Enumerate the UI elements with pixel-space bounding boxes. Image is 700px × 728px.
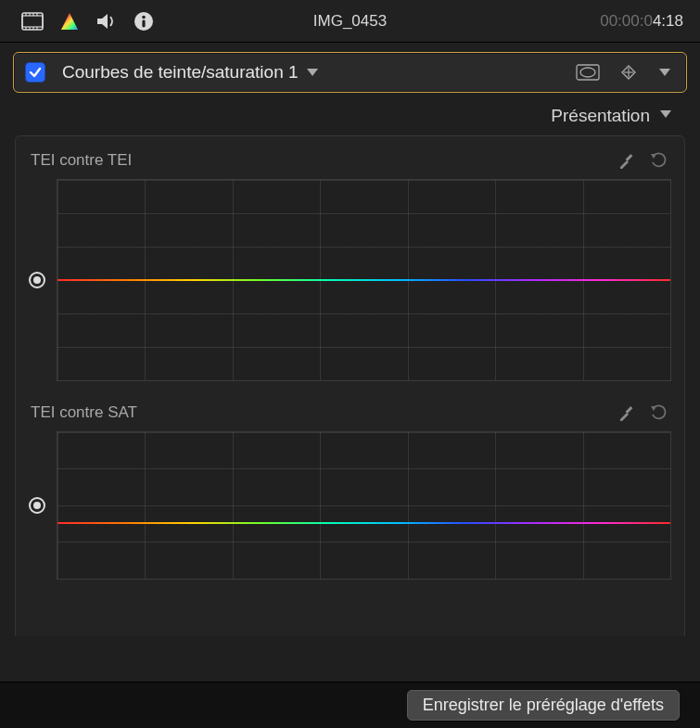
eyedropper-icon[interactable] (616, 402, 638, 424)
reset-icon[interactable] (647, 402, 669, 424)
svg-marker-11 (97, 14, 108, 29)
svg-rect-14 (142, 19, 145, 27)
timecode-bright: 4:18 (653, 12, 683, 30)
chevron-down-icon (659, 106, 672, 126)
timecode-dim: 00:00:0 (600, 12, 653, 30)
curve-grid[interactable] (57, 431, 671, 580)
effect-enabled-checkbox[interactable] (25, 62, 45, 83)
color-icon[interactable] (54, 7, 85, 35)
bottom-bar: Enregistrer le préréglage d'effets (0, 682, 700, 728)
info-icon[interactable] (128, 7, 159, 35)
svg-marker-26 (651, 406, 656, 411)
svg-marker-15 (307, 69, 318, 76)
keyframe-icon[interactable] (616, 62, 642, 83)
curves-panel: TEI contre TEI (15, 135, 685, 636)
chevron-down-icon[interactable] (306, 64, 319, 81)
svg-point-17 (580, 68, 595, 77)
curve-section-hue-vs-hue: TEI contre TEI (29, 149, 671, 381)
curve-radio-button[interactable] (29, 272, 45, 288)
svg-point-13 (142, 15, 146, 19)
effect-name-label: Courbes de teinte/saturation 1 (62, 62, 299, 83)
presentation-label: Présentation (551, 106, 650, 126)
svg-rect-1 (22, 16, 43, 27)
top-toolbar: IMG_0453 00:00:04:18 (0, 0, 700, 43)
eyedropper-icon[interactable] (616, 149, 638, 172)
curve-section-hue-vs-sat: TEI contre SAT (29, 402, 671, 580)
video-icon[interactable] (17, 7, 48, 35)
hue-curve-line[interactable] (57, 522, 670, 524)
save-preset-button[interactable]: Enregistrer le préréglage d'effets (407, 690, 680, 721)
svg-marker-22 (660, 110, 671, 118)
curve-radio-button[interactable] (29, 497, 45, 514)
curve-title: TEI contre SAT (31, 403, 137, 422)
svg-marker-10 (61, 13, 78, 30)
svg-rect-23 (626, 154, 633, 161)
mask-icon[interactable] (575, 62, 601, 83)
presentation-dropdown[interactable]: Présentation (0, 98, 700, 135)
curve-title: TEI contre TEI (31, 151, 132, 170)
svg-marker-24 (651, 154, 656, 159)
effect-header-bar[interactable]: Courbes de teinte/saturation 1 (13, 52, 687, 93)
timecode: 00:00:04:18 (600, 12, 683, 31)
reset-icon[interactable] (647, 149, 669, 172)
effect-options-chevron-icon[interactable] (658, 64, 675, 81)
svg-marker-21 (659, 69, 670, 76)
svg-rect-25 (626, 406, 633, 414)
audio-icon[interactable] (91, 7, 122, 35)
curve-grid[interactable] (57, 179, 671, 381)
hue-curve-line[interactable] (57, 279, 670, 281)
